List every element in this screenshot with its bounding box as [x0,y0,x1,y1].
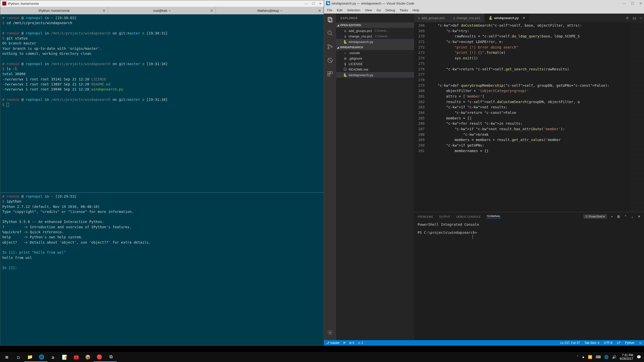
package-icon[interactable]: 📦 [82,352,94,362]
menu-view[interactable]: View [363,8,374,13]
language-mode[interactable]: Python [625,341,634,345]
tray-network-icon[interactable]: 🌐 [604,355,609,359]
cursor-position[interactable]: Ln 237, Col 37 [560,341,580,345]
editor-tabs: ≥add_groups.ps1≥change_cns.ps1🐍windapsea… [414,14,644,22]
search-icon[interactable] [327,30,334,37]
tray-overflow-icon[interactable]: ˄ [577,355,579,359]
open-editors-header[interactable]: ◢OPEN EDITORS [336,22,414,28]
terminal-pane-bottom[interactable]: # ronnie @ ropnopxl in ~ [19:29:53] $ ip… [0,193,324,346]
tray-status-icon[interactable]: ● [582,355,584,359]
terminal-panel[interactable]: PowerShell Integrated Console PS C:\proj… [414,221,644,340]
terminal-title: IPython: home/ronnie [8,2,305,6]
file-tree-item[interactable]: §LICENSE [336,61,414,67]
menu-file[interactable]: File [325,8,334,13]
tab-action-icon[interactable]: ▯▯ [632,16,636,20]
tab-problems[interactable]: PROBLEMS [418,215,433,218]
panel-up-icon[interactable]: ⌃ [624,215,627,218]
extensions-icon[interactable] [327,70,334,77]
tab-action-icon[interactable]: ⫛ [626,16,629,20]
terminal-tab-ipython[interactable]: IPython: home/ronnie✕ [0,7,108,14]
svg-rect-10 [330,72,332,74]
maximize-button[interactable]: ☐ [312,2,315,6]
menu-tasks[interactable]: Tasks [397,8,410,13]
tab-output[interactable]: OUTPUT [439,215,450,218]
editor-area[interactable]: 268 269 270 271 272 273 274 275 276 277 … [414,22,644,212]
terminal-tab-blog[interactable]: rflathers@blog: ~✕ [216,7,324,14]
terminal-selector[interactable]: 2: PowerShell ▾ [583,214,607,219]
file-tree-item[interactable]: 🐍windapsearch.py [336,72,414,78]
terminal-window: IPython: home/ronnie — ☐ ✕ IPython: home… [0,0,324,346]
feedback-icon[interactable]: ☺ [639,341,642,345]
start-button[interactable]: ⊞ [1,352,13,362]
file-tree-item[interactable]: ›.vscode [336,50,414,56]
svg-point-6 [331,46,332,48]
close-icon[interactable]: ✕ [522,16,525,20]
kill-terminal-icon[interactable]: 🗑 [617,215,620,218]
open-editor-item[interactable]: ≥change_cns.ps1C:\Users\r... [336,33,414,39]
chrome-icon[interactable]: 🌐 [36,352,47,362]
minimap[interactable] [631,22,644,212]
warnings-count[interactable]: ⚠ 2 [358,341,363,345]
tab-debug-console[interactable]: DEBUG CONSOLE [456,215,480,218]
errors-count[interactable]: ⊘ 0 [349,341,354,345]
encoding[interactable]: UTF-8 [604,341,612,345]
file-tree-item[interactable]: ⊘.gitignore [336,56,414,61]
vscode-taskbar-icon[interactable]: ⧉ [105,352,117,362]
branch-indicator[interactable]: ⎇ master [326,341,340,345]
file-icon: ⊘ [343,57,347,60]
terminal-taskbar-icon[interactable]: 🔴 [94,352,105,362]
maximize-button[interactable]: ☐ [631,2,634,5]
sublime-icon[interactable]: 📝 [59,352,70,362]
tab-size[interactable]: Tab Size: 4 [584,341,599,345]
vscode-menubar: File Edit Selection View Go Debug Tasks … [324,7,644,14]
panel-down-icon[interactable]: ⌄ [631,215,634,218]
close-icon[interactable]: ✕ [318,9,321,13]
menu-debug[interactable]: Debug [383,8,397,13]
menu-edit[interactable]: Edit [335,8,344,13]
eol[interactable]: LF [617,341,620,345]
terminal-tab-kali[interactable]: root@kali: ~✕ [108,7,216,14]
menu-help[interactable]: Help [411,8,421,13]
taskbar-clock[interactable]: 7:31 PM 9/28/2017 [620,353,633,361]
editor-tab[interactable]: ≥change_cns.ps1 [449,14,485,22]
tab-action-icon[interactable]: ⋯ [640,16,641,20]
svg-point-12 [329,332,331,333]
code-content[interactable]: "c-kw">def doCustomSearch("c-self">self,… [429,22,631,212]
notifications-icon[interactable]: 💬 [637,355,641,359]
sync-icon[interactable]: ⟳ [343,341,346,345]
new-terminal-icon[interactable]: + [611,215,613,218]
close-button[interactable]: ✕ [319,2,322,6]
activity-bar [324,14,336,340]
terminal-app-icon [2,2,6,6]
tab-terminal[interactable]: TERMINAL [487,215,501,219]
menu-selection[interactable]: Selection [345,8,362,13]
panel-tabs: PROBLEMS OUTPUT DEBUG CONSOLE TERMINAL 2… [414,212,644,221]
tray-keyboard-icon[interactable]: ⌨ [596,355,601,359]
editor-tab[interactable]: ≥add_groups.ps1 [414,14,449,22]
terminal-pane-top[interactable]: # ronnie @ ropnopxl in ~ [19:30:03] $ cd… [0,14,324,193]
file-explorer-icon[interactable]: 📁 [24,352,36,362]
menu-go[interactable]: Go [375,8,383,13]
close-button[interactable]: ✕ [639,2,642,5]
open-editor-item[interactable]: 🐍windapsearch.py [336,39,414,44]
editor-tab[interactable]: 🐍windapsearch.py✕ [485,14,529,22]
minimize-button[interactable]: — [305,2,308,6]
tray-sync-icon[interactable]: 🔀 [588,355,592,359]
terminal-titlebar[interactable]: IPython: home/ronnie — ☐ ✕ [0,0,324,7]
debug-icon[interactable] [327,57,334,64]
tools-icon[interactable]: 🧰 [70,352,82,362]
explorer-icon[interactable] [327,16,334,23]
vscode-titlebar[interactable]: windapsearch.py — windapsearch — Visual … [324,0,644,7]
file-tree-item[interactable]: ⓘREADME.md [336,67,414,72]
close-icon[interactable]: ✕ [103,9,105,13]
tray-volume-icon[interactable]: 🔊 [612,355,616,359]
powershell-icon[interactable]: ≥ [47,352,59,362]
source-control-icon[interactable] [327,43,334,50]
open-editor-item[interactable]: ≥add_groups.ps1C:\Users\... [336,28,414,33]
minimize-button[interactable]: — [623,2,626,5]
settings-icon[interactable] [327,329,334,336]
folder-header[interactable]: ◢WINDAPSEARCH [336,44,414,50]
task-view-button[interactable]: ◻ [13,352,24,362]
panel-close-icon[interactable]: ✕ [638,215,640,218]
close-icon[interactable]: ✕ [210,9,213,13]
